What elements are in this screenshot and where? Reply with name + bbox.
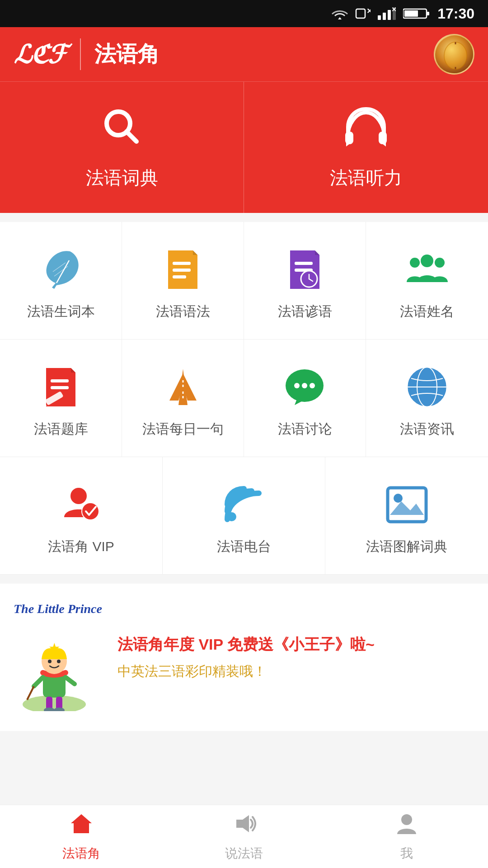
grammar-button[interactable]: 法语语法 (122, 222, 244, 339)
svg-text:✕: ✕ (366, 7, 371, 15)
svg-point-41 (302, 383, 307, 388)
vocab-label: 法语生词本 (27, 302, 95, 321)
svg-point-31 (435, 258, 445, 268)
avatar[interactable] (434, 34, 474, 75)
picture-dict-label: 法语图解词典 (366, 538, 447, 556)
quiz-icon (36, 362, 86, 412)
svg-rect-33 (51, 386, 69, 389)
little-prince-svg (14, 621, 95, 711)
top-feature-buttons: 法语词典 法语听力 (0, 81, 488, 213)
svg-point-59 (57, 660, 61, 663)
svg-point-47 (70, 488, 87, 504)
status-bar: ✕ ✕ 17:30 (0, 0, 488, 27)
svg-point-30 (410, 258, 420, 268)
app-title: 法语角 (94, 40, 420, 69)
names-label: 法语姓名 (400, 302, 454, 321)
svg-rect-2 (378, 15, 381, 20)
banner-promo-title: 法语角年度 VIP 免费送《小王子》啦~ (117, 634, 474, 655)
wifi-icon (332, 7, 348, 20)
home-nav-label: 法语角 (62, 845, 100, 862)
sim-icon: ✕ (355, 7, 371, 20)
radio-label: 法语电台 (217, 538, 271, 556)
svg-marker-69 (236, 815, 249, 832)
discuss-button[interactable]: 法语讨论 (244, 340, 366, 457)
daily-button[interactable]: 法语每日一句 (122, 340, 244, 457)
vip-label: 法语角 VIP (48, 538, 114, 556)
radio-button[interactable]: 法语电台 (163, 457, 325, 574)
speaker-icon (232, 811, 256, 841)
vocab-button[interactable]: 法语生词本 (0, 222, 122, 339)
rss-icon (219, 480, 269, 529)
svg-rect-3 (383, 13, 386, 20)
speak-nav-label: 说法语 (225, 845, 263, 862)
discuss-label: 法语讨论 (278, 420, 332, 439)
svg-rect-32 (51, 379, 69, 382)
daily-icon (158, 362, 208, 412)
search-icon (99, 104, 145, 156)
bottom-navigation: 法语角 说法语 我 (0, 805, 488, 868)
picture-dict-button[interactable]: 法语图解词典 (325, 457, 488, 574)
news-button[interactable]: 法语资讯 (366, 340, 488, 457)
battery-icon (403, 7, 430, 20)
svg-rect-24 (295, 262, 313, 265)
svg-text:✕: ✕ (391, 7, 396, 13)
image-dict-icon (382, 480, 432, 529)
banner-text: 法语角年度 VIP 免费送《小王子》啦~ 中英法三语彩印精装哦！ (117, 634, 474, 681)
proverbs-button[interactable]: 法语谚语 (244, 222, 366, 339)
me-nav-label: 我 (400, 845, 413, 862)
svg-rect-16 (345, 132, 353, 144)
svg-rect-68 (78, 828, 84, 833)
home-icon (69, 811, 94, 841)
svg-rect-0 (356, 9, 365, 18)
nav-me[interactable]: 我 (325, 805, 488, 868)
svg-point-40 (294, 383, 300, 388)
listening-label: 法语听力 (330, 165, 402, 190)
svg-rect-8 (404, 10, 418, 17)
quiz-label: 法语题库 (34, 420, 88, 439)
svg-rect-21 (173, 262, 191, 265)
book-title: The Little Prince (14, 602, 104, 616)
nav-speak[interactable]: 说法语 (163, 805, 325, 868)
signal-icon: ✕ (378, 7, 396, 20)
app-header: ℒℭℱ 法语角 (0, 27, 488, 81)
news-label: 法语资讯 (400, 420, 454, 439)
svg-line-60 (34, 677, 43, 686)
quiz-button[interactable]: 法语题库 (0, 340, 122, 457)
names-button[interactable]: 法语姓名 (366, 222, 488, 339)
discuss-icon (280, 362, 330, 412)
svg-rect-51 (388, 488, 426, 522)
grammar-label: 法语语法 (156, 302, 210, 321)
svg-point-42 (310, 383, 315, 388)
daily-label: 法语每日一句 (142, 420, 224, 439)
svg-point-11 (444, 42, 467, 69)
svg-line-15 (127, 132, 136, 142)
banner-sub-text: 中英法三语彩印精装哦！ (117, 662, 474, 681)
names-icon (402, 245, 452, 294)
listening-button[interactable]: 法语听力 (244, 82, 488, 213)
app-logo: ℒℭℱ (14, 40, 66, 69)
svg-rect-23 (173, 275, 186, 278)
header-divider (80, 38, 81, 70)
svg-line-61 (66, 677, 75, 684)
svg-point-49 (82, 503, 99, 519)
svg-point-54 (23, 695, 86, 711)
dictionary-label: 法语词典 (86, 165, 158, 190)
little-prince-image: The Little Prince (14, 602, 104, 713)
feather-icon (36, 245, 86, 294)
status-time: 17:30 (437, 5, 474, 22)
svg-point-70 (401, 814, 412, 825)
grid-row-3: 法语角 VIP 法语电台 (0, 457, 488, 575)
promo-banner[interactable]: The Little Prince (0, 584, 488, 731)
grid-row-1: 法语生词本 法语语法 (0, 222, 488, 340)
news-icon (402, 362, 452, 412)
dictionary-button[interactable]: 法语词典 (0, 82, 244, 213)
proverbs-label: 法语谚语 (278, 302, 332, 321)
status-icons: ✕ ✕ 17:30 (332, 5, 474, 22)
person-icon (394, 811, 419, 841)
grammar-icon (158, 245, 208, 294)
vip-button[interactable]: 法语角 VIP (0, 457, 163, 574)
svg-rect-4 (388, 10, 391, 20)
vip-icon (56, 480, 106, 529)
svg-rect-9 (427, 12, 429, 15)
nav-home[interactable]: 法语角 (0, 805, 163, 868)
